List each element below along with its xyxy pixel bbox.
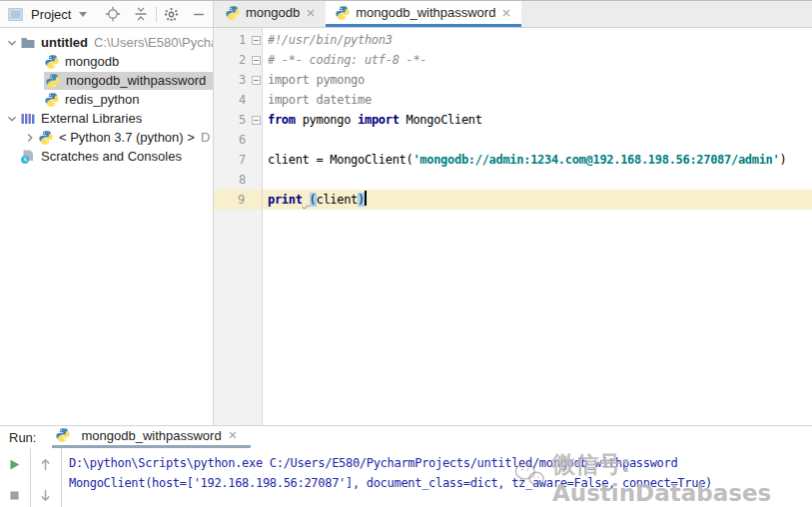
chevron-down-icon[interactable] xyxy=(4,36,20,50)
run-panel-header: Run: mongodb_withpassword xyxy=(0,426,812,448)
fold-marker[interactable] xyxy=(249,116,263,125)
run-icon[interactable] xyxy=(7,456,23,472)
code-text: import datetime xyxy=(263,90,372,110)
tree-selection: mongodb_withpassword xyxy=(44,72,214,90)
tree-item-label: mongodb_withpassword xyxy=(66,73,206,88)
minimize-icon[interactable] xyxy=(191,5,207,23)
close-icon[interactable] xyxy=(305,7,317,19)
run-panel: Run: mongodb_withpassword D:\python\Scri… xyxy=(0,425,812,507)
code-line-9[interactable]: 9print (client) xyxy=(214,190,812,210)
tree-item-path: C:\Users\E580\Pycha xyxy=(94,35,214,50)
tree-item-label: untitled xyxy=(41,35,88,50)
code-text: from pymongo import MongoClient xyxy=(263,110,482,130)
run-tab-label: mongodb_withpassword xyxy=(81,428,221,443)
run-tab[interactable]: mongodb_withpassword xyxy=(52,427,250,448)
console-line-2: MongoClient(host=['192.168.198.56:27087'… xyxy=(69,473,812,493)
run-console[interactable]: D:\python\Scripts\python.exe C:/Users/E5… xyxy=(62,448,812,507)
collapse-all-icon[interactable] xyxy=(133,5,149,23)
code-line-3[interactable]: 3import pymongo xyxy=(214,70,812,90)
gear-icon[interactable] xyxy=(164,5,180,23)
up-arrow-icon[interactable] xyxy=(38,456,54,472)
code-line-5[interactable]: 5from pymongo import MongoClient xyxy=(214,110,812,130)
down-arrow-icon[interactable] xyxy=(38,487,54,503)
gutter-cell: 8 xyxy=(214,170,263,190)
python-icon xyxy=(225,5,241,21)
code-text xyxy=(263,170,268,190)
code-text: print (client) xyxy=(263,190,367,210)
tree-item-mongodb-withpassword[interactable]: mongodb_withpassword xyxy=(0,71,213,90)
gutter-cell: 1 xyxy=(214,30,263,50)
line-number: 9 xyxy=(214,190,248,210)
gutter-cell: 9 xyxy=(214,190,263,210)
code-text: client = MongoClient('mongodb://admin:12… xyxy=(263,150,786,170)
gutter-cell: 4 xyxy=(214,90,263,110)
run-panel-body: D:\python\Scripts\python.exe C:/Users/E5… xyxy=(0,448,812,507)
python-icon xyxy=(38,130,54,146)
line-number: 1 xyxy=(214,30,249,50)
run-toolbar xyxy=(0,448,62,507)
editor-tab-bar: mongodbmongodb_withpassword xyxy=(214,1,812,27)
gutter-cell: 7 xyxy=(214,150,263,170)
editor-tab-mongodb_withpassword[interactable]: mongodb_withpassword xyxy=(326,1,521,27)
stop-icon[interactable] xyxy=(7,487,23,503)
chevron-down-icon[interactable] xyxy=(4,112,20,126)
code-text: #!/usr/bin/python3 xyxy=(263,30,393,50)
project-view-icon xyxy=(6,5,24,23)
tree-item--python-3-7-python-[interactable]: < Python 3.7 (python) >D xyxy=(0,128,213,147)
python-icon xyxy=(44,54,60,70)
editor-tab-label: mongodb_withpassword xyxy=(356,5,495,20)
python-icon xyxy=(335,5,351,21)
line-number: 3 xyxy=(214,70,249,90)
tree-item-external-libraries[interactable]: External Libraries xyxy=(0,109,213,128)
line-number: 6 xyxy=(214,130,249,150)
gutter-cell: 5 xyxy=(214,110,263,130)
code-line-1[interactable]: 1#!/usr/bin/python3 xyxy=(214,30,812,50)
editor-tab-label: mongodb xyxy=(246,5,300,20)
project-tree: untitledC:\Users\E580\Pychamongodbmongod… xyxy=(0,28,214,425)
fold-marker[interactable] xyxy=(249,36,263,45)
tree-item-untitled[interactable]: untitledC:\Users\E580\Pycha xyxy=(0,33,213,52)
tree-item-label: mongodb xyxy=(65,54,119,69)
editor-tab-mongodb[interactable]: mongodb xyxy=(216,1,326,27)
tree-item-path: D xyxy=(201,130,210,145)
code-text xyxy=(263,130,268,150)
code-line-7[interactable]: 7client = MongoClient('mongodb://admin:1… xyxy=(214,150,812,170)
line-number: 8 xyxy=(214,170,249,190)
code-line-2[interactable]: 2# -*- coding: utf-8 -*- xyxy=(214,50,812,70)
fold-box-icon[interactable] xyxy=(252,116,261,125)
fold-marker[interactable] xyxy=(249,56,263,65)
code-line-8[interactable]: 8 xyxy=(214,170,812,190)
line-number: 2 xyxy=(214,50,249,70)
text-caret xyxy=(365,191,367,206)
gutter-cell: 3 xyxy=(214,70,263,90)
close-icon[interactable] xyxy=(500,7,512,19)
code-editor[interactable]: 1#!/usr/bin/python32# -*- coding: utf-8 … xyxy=(214,28,812,425)
tree-item-label: Scratches and Consoles xyxy=(41,149,182,164)
line-number: 4 xyxy=(214,90,249,110)
tree-item-redis-python[interactable]: redis_python xyxy=(0,90,213,109)
tree-item-scratches-and-consoles[interactable]: Scratches and Consoles xyxy=(0,147,213,166)
tree-item-label: External Libraries xyxy=(41,111,142,126)
fold-box-icon[interactable] xyxy=(252,36,261,45)
line-number: 7 xyxy=(214,150,249,170)
fold-box-icon[interactable] xyxy=(252,76,261,85)
gutter-cell: 6 xyxy=(214,130,263,150)
toolbar-separator xyxy=(156,6,157,22)
code-line-4[interactable]: 4import datetime xyxy=(214,90,812,110)
chevron-right-icon[interactable] xyxy=(22,131,38,145)
code-text: # -*- coding: utf-8 -*- xyxy=(263,50,426,70)
code-line-6[interactable]: 6 xyxy=(214,130,812,150)
tree-item-mongodb[interactable]: mongodb xyxy=(0,52,213,71)
fold-marker[interactable] xyxy=(249,76,263,85)
gutter-cell: 2 xyxy=(214,50,263,70)
tree-item-label: < Python 3.7 (python) > xyxy=(59,130,195,145)
project-toolbar: Project xyxy=(0,1,214,27)
target-icon[interactable] xyxy=(105,5,121,23)
line-number: 5 xyxy=(214,110,249,130)
project-view-selector[interactable]: Project xyxy=(6,5,87,23)
close-icon[interactable] xyxy=(227,429,239,441)
fold-box-icon[interactable] xyxy=(252,56,261,65)
top-bar: Project mongodbmongodb_withpassword xyxy=(0,1,812,28)
tree-item-label: redis_python xyxy=(65,92,139,107)
console-line-1: D:\python\Scripts\python.exe C:/Users/E5… xyxy=(69,453,812,473)
